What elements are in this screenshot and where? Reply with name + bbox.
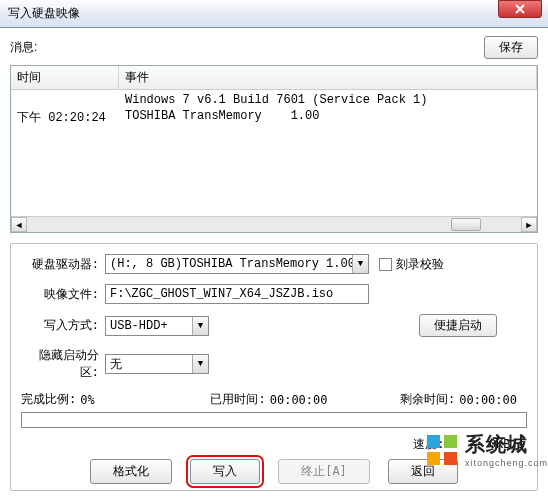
save-button[interactable]: 保存 — [484, 36, 538, 59]
abort-button: 终止[A] — [278, 459, 370, 484]
remain-value: 00:00:00 — [459, 393, 517, 407]
content-area: 消息: 保存 时间 事件 Windows 7 v6.1 Build 7601 (… — [0, 28, 548, 499]
chevron-down-icon: ▼ — [192, 317, 208, 335]
window-title: 写入硬盘映像 — [8, 5, 544, 22]
log-event: Windows 7 v6.1 Build 7601 (Service Pack … — [119, 92, 537, 108]
chevron-down-icon: ▼ — [352, 255, 368, 273]
write-button[interactable]: 写入 — [190, 459, 260, 484]
drive-value: (H:, 8 GB)TOSHIBA TransMemory 1.00 — [110, 257, 355, 271]
log-panel: 时间 事件 Windows 7 v6.1 Build 7601 (Service… — [10, 65, 538, 233]
speed-label: 速度: — [413, 437, 444, 451]
message-label: 消息: — [10, 39, 484, 56]
file-label: 映像文件: — [21, 286, 105, 303]
remain-label: 剩余时间: — [400, 391, 455, 408]
chevron-down-icon: ▼ — [192, 355, 208, 373]
log-header-event: 事件 — [119, 66, 537, 89]
log-event: TOSHIBA TransMemory 1.00 — [119, 108, 537, 127]
log-header: 时间 事件 — [11, 66, 537, 90]
scroll-thumb[interactable] — [451, 218, 481, 231]
close-button[interactable] — [498, 0, 542, 18]
speed-value: 0KB/s — [489, 437, 525, 451]
mode-label: 写入方式: — [21, 317, 105, 334]
button-row: 格式化 写入 终止[A] 返回 — [21, 459, 527, 484]
log-body: Windows 7 v6.1 Build 7601 (Service Pack … — [11, 90, 537, 216]
scroll-right-icon[interactable]: ► — [521, 217, 537, 232]
log-scrollbar[interactable]: ◄ ► — [11, 216, 537, 232]
log-time: 下午 02:20:24 — [11, 108, 119, 127]
hide-label: 隐藏启动分区: — [21, 347, 105, 381]
verify-checkbox[interactable] — [379, 258, 392, 271]
verify-label: 刻录校验 — [396, 256, 444, 273]
elapsed-label: 已用时间: — [210, 391, 265, 408]
done-value: 0% — [80, 393, 150, 407]
close-icon — [515, 4, 525, 14]
done-label: 完成比例: — [21, 391, 76, 408]
drive-label: 硬盘驱动器: — [21, 256, 105, 273]
hide-combo[interactable]: 无 ▼ — [105, 354, 209, 374]
scroll-left-icon[interactable]: ◄ — [11, 217, 27, 232]
titlebar: 写入硬盘映像 — [0, 0, 548, 28]
log-row: 下午 02:20:24 TOSHIBA TransMemory 1.00 — [11, 108, 537, 127]
progress-bar — [21, 412, 527, 428]
form-panel: 硬盘驱动器: (H:, 8 GB)TOSHIBA TransMemory 1.0… — [10, 243, 538, 491]
format-button[interactable]: 格式化 — [90, 459, 172, 484]
mode-value: USB-HDD+ — [110, 319, 168, 333]
hide-value: 无 — [110, 356, 122, 373]
drive-combo[interactable]: (H:, 8 GB)TOSHIBA TransMemory 1.00 ▼ — [105, 254, 369, 274]
elapsed-value: 00:00:00 — [270, 393, 340, 407]
back-button[interactable]: 返回 — [388, 459, 458, 484]
progress-row: 完成比例: 0% 已用时间: 00:00:00 剩余时间: 00:00:00 — [21, 391, 527, 408]
quickboot-button[interactable]: 便捷启动 — [419, 314, 497, 337]
file-input[interactable] — [105, 284, 369, 304]
log-header-time: 时间 — [11, 66, 119, 89]
log-row: Windows 7 v6.1 Build 7601 (Service Pack … — [11, 92, 537, 108]
scroll-track[interactable] — [27, 217, 521, 232]
log-time — [11, 92, 119, 108]
mode-combo[interactable]: USB-HDD+ ▼ — [105, 316, 209, 336]
